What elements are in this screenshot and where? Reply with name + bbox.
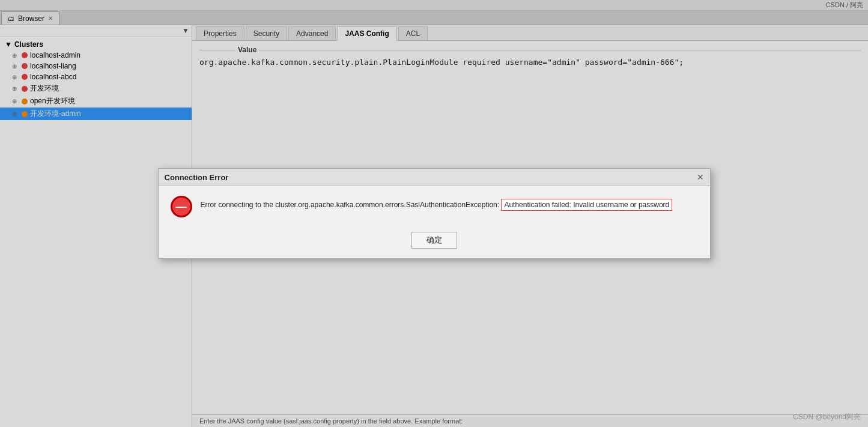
dialog-body: — Error connecting to the cluster.org.ap…	[159, 186, 710, 227]
error-message: Error connecting to the cluster.org.apac…	[201, 196, 698, 209]
dialog-close-button[interactable]: ✕	[697, 172, 704, 182]
dialog-footer: 确定	[159, 227, 710, 258]
connection-error-dialog: Connection Error ✕ — Error connecting to…	[158, 168, 711, 259]
dialog-title: Connection Error	[165, 173, 229, 182]
error-message-prefix: Error connecting to the cluster.org.apac…	[201, 201, 502, 209]
dialog-title-bar: Connection Error ✕	[159, 169, 710, 186]
error-message-highlight: Authentication failed: Invalid username …	[501, 199, 672, 211]
ok-button[interactable]: 确定	[411, 232, 457, 249]
dialog-overlay: Connection Error ✕ — Error connecting to…	[0, 0, 868, 427]
error-icon: —	[171, 196, 192, 217]
